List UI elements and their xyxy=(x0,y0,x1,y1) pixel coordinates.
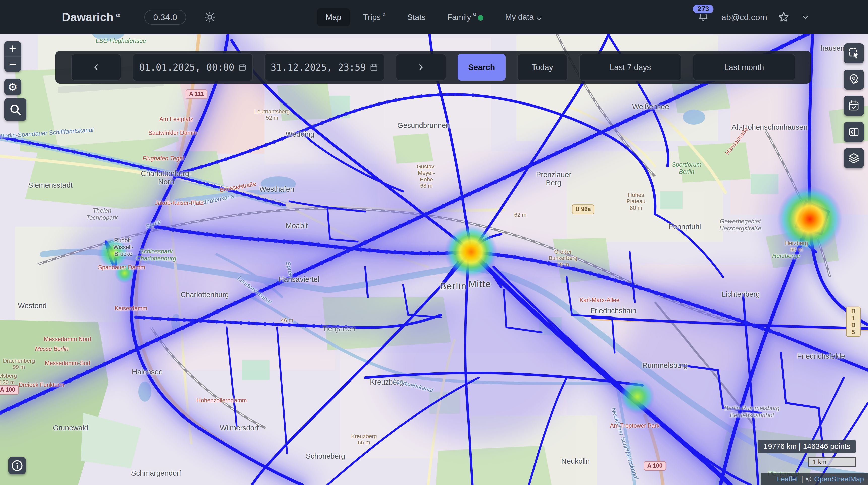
dawarich-app: LSG FlughafenseehausenLeutnantsberg 52 m… xyxy=(0,0,868,485)
end-date-input[interactable]: 31.12.2025, 23:59 xyxy=(265,54,384,81)
layers-icon xyxy=(847,152,860,164)
last-7-days-button[interactable]: Last 7 days xyxy=(579,54,681,80)
calendar-check-icon xyxy=(847,99,860,112)
sun-icon xyxy=(203,10,216,24)
zoom-out-button[interactable]: − xyxy=(4,57,21,72)
search-icon xyxy=(9,103,22,116)
area-select-icon xyxy=(847,47,860,60)
theme-toggle-button[interactable] xyxy=(202,10,218,24)
account-area: 273 ab@cd.com xyxy=(697,0,811,34)
nav-tab-map[interactable]: Map xyxy=(317,8,350,27)
sidebar-toggle-icon xyxy=(847,126,860,138)
user-email[interactable]: ab@cd.com xyxy=(721,12,767,22)
chevron-down-icon xyxy=(802,13,809,21)
nav-tab-trips[interactable]: Tripsα xyxy=(354,8,394,27)
alpha-sup: α xyxy=(383,11,385,17)
map-settings-button[interactable]: ⚙ xyxy=(4,78,21,95)
distance-points-badge: 19776 km | 146346 points xyxy=(758,440,856,453)
area-select-button[interactable] xyxy=(844,43,864,63)
chevron-down-icon xyxy=(536,15,542,22)
calendar-icon xyxy=(370,63,378,71)
zoom-in-button[interactable]: + xyxy=(4,41,21,57)
star-icon xyxy=(777,11,790,24)
nav-tab-my-data[interactable]: My data xyxy=(496,8,551,27)
nav-tab-stats[interactable]: Stats xyxy=(399,8,434,27)
calendar-panel-button[interactable] xyxy=(844,96,864,116)
search-button[interactable]: Search xyxy=(458,54,505,80)
attribution-separator: | xyxy=(801,475,803,483)
calendar-icon xyxy=(238,63,247,71)
ukraine-flag-icon xyxy=(765,476,774,482)
map-pin-check-icon xyxy=(847,73,860,86)
nav-tab-family[interactable]: Familyα xyxy=(439,8,492,27)
next-period-button[interactable] xyxy=(396,54,446,80)
family-online-dot xyxy=(478,15,484,21)
date-filter-bar: 01.01.2025, 00:00 31.12.2025, 23:59 Sear… xyxy=(55,51,811,84)
notifications-button[interactable]: 273 xyxy=(697,10,709,24)
chevron-right-icon xyxy=(416,62,425,73)
last-month-button[interactable]: Last month xyxy=(693,54,796,80)
account-menu-button[interactable] xyxy=(800,13,811,21)
favorite-button[interactable] xyxy=(776,10,792,24)
app-logo: Dawarichα xyxy=(62,10,120,24)
alpha-sup: α xyxy=(473,11,476,17)
info-icon xyxy=(10,459,24,472)
leaflet-link[interactable]: Leaflet xyxy=(777,475,798,483)
copyright-symbol: © xyxy=(806,475,811,483)
osm-link[interactable]: OpenStreetMap xyxy=(814,475,864,483)
alpha-sup: α xyxy=(116,11,120,19)
map-attribution: Leaflet | © OpenStreetMap xyxy=(761,473,868,485)
top-navbar: Dawarichα 0.34.0 Map Tripsα Stats Family… xyxy=(0,0,868,34)
notification-count-badge: 273 xyxy=(692,3,715,14)
map-info-button[interactable] xyxy=(8,457,26,475)
gear-icon: ⚙ xyxy=(8,80,18,93)
main-nav: Map Tripsα Stats Familyα My data xyxy=(317,0,551,34)
map-scale-bar: 1 km xyxy=(808,457,856,467)
zoom-control: + − xyxy=(4,41,21,72)
visits-button[interactable] xyxy=(844,69,864,90)
brand[interactable]: Dawarichα xyxy=(62,10,120,24)
chevron-left-icon xyxy=(92,62,100,73)
toggle-panel-button[interactable] xyxy=(844,122,864,142)
layers-button[interactable] xyxy=(844,148,864,168)
map-search-button[interactable] xyxy=(4,98,26,121)
previous-period-button[interactable] xyxy=(71,54,121,80)
today-button[interactable]: Today xyxy=(517,54,568,80)
start-date-input[interactable]: 01.01.2025, 00:00 xyxy=(133,54,253,81)
version-badge: 0.34.0 xyxy=(144,10,186,25)
